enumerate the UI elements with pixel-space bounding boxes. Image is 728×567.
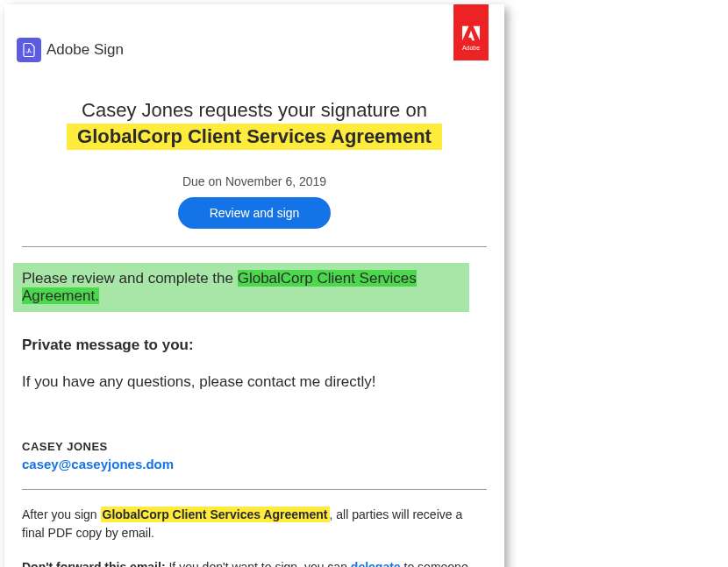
- adobe-sign-logo: Adobe Sign: [17, 38, 124, 62]
- divider: [22, 489, 487, 490]
- private-message-body: If you have any questions, please contac…: [22, 373, 487, 391]
- forward-warning: Don't forward this email: If you don't w…: [22, 560, 487, 567]
- adobe-a-icon: [462, 25, 480, 41]
- sender-name: CASEY JONES: [22, 440, 487, 453]
- sender-block: CASEY JONES casey@caseyjones.dom: [22, 440, 487, 471]
- forward-mid: If you don't want to sign, you can: [166, 560, 351, 567]
- adobe-sign-icon: [17, 38, 41, 62]
- request-line1: Casey Jones requests your signature on: [22, 99, 487, 122]
- sender-email[interactable]: casey@caseyjones.dom: [22, 457, 487, 471]
- forward-bold: Don't forward this email:: [22, 560, 166, 567]
- after-prefix: After you sign: [22, 507, 101, 521]
- adobe-badge: Adobe: [453, 4, 489, 60]
- instruction-prefix: Please review and complete the: [22, 270, 238, 287]
- email-card: Adobe Sign Adobe Casey Jones requests yo…: [4, 4, 504, 567]
- delegate-link[interactable]: delegate: [351, 560, 401, 567]
- top-bar: Adobe Sign Adobe: [4, 4, 504, 62]
- content-area: Casey Jones requests your signature on G…: [4, 99, 504, 567]
- after-doc: GlobalCorp Client Services Agreement: [101, 507, 330, 522]
- divider: [22, 246, 487, 247]
- instruction-text: Please review and complete the GlobalCor…: [13, 263, 469, 312]
- review-and-sign-button[interactable]: Review and sign: [178, 197, 332, 229]
- private-message-heading: Private message to you:: [22, 337, 487, 354]
- request-document-title: GlobalCorp Client Services Agreement: [67, 124, 442, 150]
- request-heading: Casey Jones requests your signature on G…: [22, 99, 487, 229]
- product-name: Adobe Sign: [46, 41, 124, 59]
- after-sign-text: After you sign GlobalCorp Client Service…: [22, 506, 487, 542]
- adobe-badge-label: Adobe: [462, 45, 480, 51]
- due-date: Due on November 6, 2019: [22, 174, 487, 188]
